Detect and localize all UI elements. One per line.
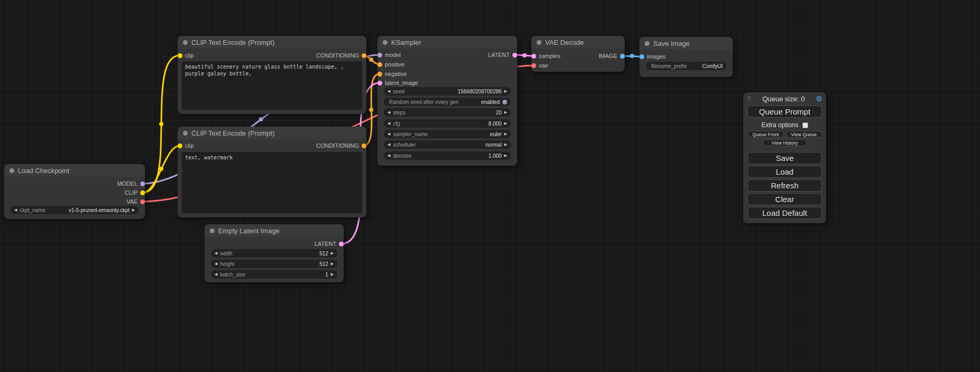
queue-prompt-button[interactable]: Queue Prompt — [748, 106, 822, 118]
input-slot-negative[interactable]: negative — [377, 70, 407, 78]
widget-cfg[interactable]: ◀ cfg 8.000 ▶ — [384, 119, 511, 128]
input-slot-model[interactable]: model — [377, 51, 401, 59]
widget-batch-size[interactable]: ◀ batch_size 1 ▶ — [211, 270, 337, 279]
output-dot-latent[interactable] — [512, 53, 517, 58]
prompt-textarea[interactable]: beautiful scenery nature glass bottle la… — [182, 61, 362, 110]
widget-value[interactable]: 8.000 — [403, 121, 502, 127]
widget-left-arrow-icon[interactable]: ◀ — [215, 260, 217, 268]
collapse-dot-icon[interactable] — [183, 40, 188, 45]
widget-value[interactable]: ComfyUI — [690, 63, 723, 69]
output-slot-model[interactable]: MODEL — [117, 180, 145, 187]
widget-value[interactable]: 156680208700286 — [407, 89, 502, 94]
node-load-checkpoint[interactable]: Load Checkpoint MODEL CLIP VAE ◀ ckpt_na… — [4, 164, 145, 219]
input-slot-positive[interactable]: positive — [377, 61, 404, 68]
collapse-dot-icon[interactable] — [645, 41, 649, 46]
node-clip-text-encode-positive[interactable]: CLIP Text Encode (Prompt) clip CONDITION… — [178, 36, 366, 114]
view-history-button[interactable]: View History — [763, 139, 807, 146]
widget-right-arrow-icon[interactable]: ▶ — [504, 108, 507, 117]
clear-button[interactable]: Clear — [748, 193, 822, 205]
widget-value[interactable]: v1-5-pruned-emaonly.ckpt — [48, 207, 129, 213]
widget-right-arrow-icon[interactable]: ▶ — [504, 119, 507, 128]
widget-value[interactable]: normal — [419, 142, 502, 148]
node-vae-decode[interactable]: VAE Decode samples vae IMAGE — [531, 36, 625, 72]
node-save-image[interactable]: Save Image images filename_prefix ComfyU… — [639, 37, 733, 77]
node-clip-text-encode-negative[interactable]: CLIP Text Encode (Prompt) clip CONDITION… — [178, 127, 366, 217]
refresh-button[interactable]: Refresh — [748, 179, 822, 192]
node-ksampler[interactable]: KSampler model positive negative latent_… — [377, 36, 517, 166]
widget-height[interactable]: ◀ height 512 ▶ — [211, 260, 337, 268]
input-dot-clip[interactable] — [178, 144, 182, 148]
prompt-textarea[interactable]: text, watermark — [182, 152, 362, 213]
widget-right-arrow-icon[interactable]: ▶ — [504, 140, 507, 149]
widget-value[interactable]: 1.000 — [414, 153, 501, 159]
node-title-bar[interactable]: Load Checkpoint — [4, 164, 145, 177]
widget-denoise[interactable]: ◀ denoise 1.000 ▶ — [384, 151, 511, 160]
widget-value[interactable]: enabled — [461, 99, 500, 105]
extra-options-checkbox[interactable] — [802, 122, 808, 128]
output-dot-conditioning[interactable] — [362, 144, 366, 148]
input-slot-clip[interactable]: clip — [178, 52, 194, 59]
output-slot-conditioning[interactable]: CONDITIONING — [316, 52, 366, 59]
output-slot-latent[interactable]: LATENT — [488, 51, 517, 59]
collapse-dot-icon[interactable] — [210, 228, 215, 233]
widget-right-arrow-icon[interactable]: ▶ — [504, 87, 507, 96]
output-slot-latent[interactable]: LATENT — [315, 240, 344, 247]
widget-left-arrow-icon[interactable]: ◀ — [14, 206, 17, 214]
widget-left-arrow-icon[interactable]: ◀ — [387, 130, 390, 138]
output-dot-vae[interactable] — [140, 199, 145, 204]
output-dot-model[interactable] — [140, 182, 145, 186]
input-dot-positive[interactable] — [377, 62, 382, 67]
input-dot-latent-image[interactable] — [377, 81, 382, 85]
collapse-dot-icon[interactable] — [183, 131, 188, 136]
view-queue-button[interactable]: View Queue — [786, 131, 822, 138]
collapse-dot-icon[interactable] — [383, 40, 387, 45]
input-dot-vae[interactable] — [531, 63, 536, 68]
input-dot-negative[interactable] — [377, 72, 382, 77]
widget-right-arrow-icon[interactable]: ▶ — [331, 260, 334, 268]
node-title-bar[interactable]: Empty Latent Image — [205, 224, 344, 237]
save-button[interactable]: Save — [748, 152, 822, 164]
widget-left-arrow-icon[interactable]: ◀ — [215, 270, 217, 279]
widget-value[interactable]: euler — [431, 131, 502, 137]
widget-seed[interactable]: ◀ seed 156680208700286 ▶ — [384, 87, 511, 96]
widget-sampler-name[interactable]: ◀ sampler_name euler ▶ — [384, 130, 511, 138]
input-dot-clip[interactable] — [178, 53, 182, 58]
input-dot-model[interactable] — [377, 53, 382, 58]
node-title-bar[interactable]: CLIP Text Encode (Prompt) — [178, 127, 366, 139]
output-dot-image[interactable] — [620, 54, 625, 59]
widget-scheduler[interactable]: ◀ scheduler normal ▶ — [384, 140, 511, 149]
widget-value[interactable]: 1 — [248, 272, 328, 278]
input-slot-latent-image[interactable]: latent_image — [377, 79, 418, 87]
node-title-bar[interactable]: KSampler — [377, 36, 517, 49]
toggle-dot-icon[interactable] — [502, 100, 507, 104]
widget-left-arrow-icon[interactable]: ◀ — [387, 140, 390, 149]
widget-width[interactable]: ◀ width 512 ▶ — [211, 249, 337, 257]
widget-left-arrow-icon[interactable]: ◀ — [387, 151, 390, 160]
output-dot-latent[interactable] — [339, 242, 344, 246]
widget-value[interactable]: 512 — [237, 261, 328, 267]
input-slot-vae[interactable]: vae — [531, 62, 548, 69]
widget-left-arrow-icon[interactable]: ◀ — [215, 249, 217, 257]
widget-right-arrow-icon[interactable]: ▶ — [504, 151, 507, 160]
collapse-dot-icon[interactable] — [9, 168, 14, 173]
widget-steps[interactable]: ◀ steps 20 ▶ — [384, 108, 511, 117]
widget-left-arrow-icon[interactable]: ◀ — [387, 87, 390, 96]
node-title-bar[interactable]: CLIP Text Encode (Prompt) — [178, 36, 366, 49]
node-title-bar[interactable]: VAE Decode — [531, 36, 625, 49]
output-slot-clip[interactable]: CLIP — [125, 189, 145, 196]
queue-front-button[interactable]: Queue Front — [748, 131, 784, 138]
load-default-button[interactable]: Load Default — [748, 207, 822, 219]
widget-right-arrow-icon[interactable]: ▶ — [331, 249, 334, 257]
node-title-bar[interactable]: Save Image — [639, 37, 733, 50]
widget-value[interactable]: 512 — [235, 251, 328, 256]
widget-right-arrow-icon[interactable]: ▶ — [331, 270, 334, 279]
comfyui-graph-canvas[interactable]: { "colors": { "model": "#B39DDB", "clip"… — [0, 0, 980, 372]
widget-right-arrow-icon[interactable]: ▶ — [132, 206, 135, 214]
widget-left-arrow-icon[interactable]: ◀ — [387, 119, 390, 128]
output-slot-vae[interactable]: VAE — [127, 198, 145, 205]
widget-filename-prefix[interactable]: filename_prefix ComfyUI — [646, 62, 726, 70]
output-slot-image[interactable]: IMAGE — [599, 52, 625, 60]
widget-left-arrow-icon[interactable]: ◀ — [387, 108, 390, 117]
output-dot-conditioning[interactable] — [362, 53, 366, 58]
widget-right-arrow-icon[interactable]: ▶ — [504, 130, 507, 138]
